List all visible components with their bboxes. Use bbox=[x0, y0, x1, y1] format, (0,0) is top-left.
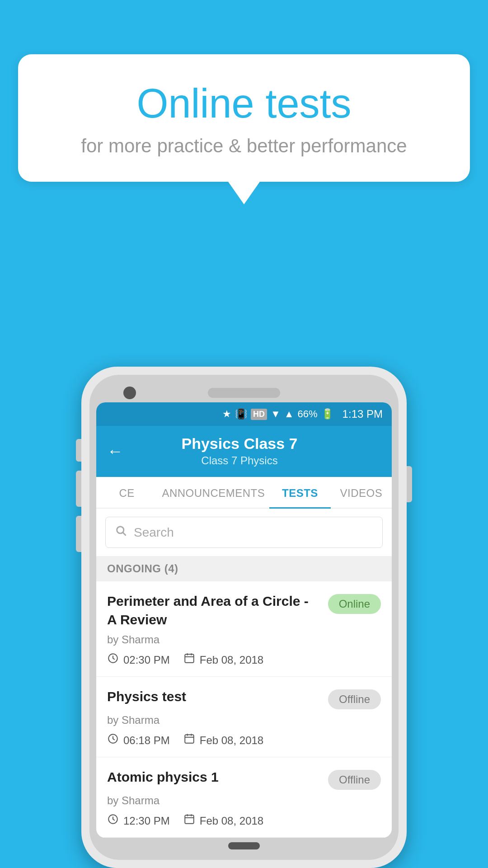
tabs-bar: CE ANNOUNCEMENTS TESTS VIDEOS bbox=[96, 477, 392, 509]
test-date-1: Feb 08, 2018 bbox=[183, 652, 263, 667]
earpiece-speaker bbox=[208, 388, 280, 398]
test-item-2[interactable]: Physics test Offline by Sharma bbox=[96, 677, 392, 757]
test-time-1: 02:30 PM bbox=[107, 652, 170, 667]
svg-rect-13 bbox=[185, 815, 194, 823]
test-item-header-1: Perimeter and Area of a Circle - A Revie… bbox=[107, 592, 381, 629]
test-author-3: by Sharma bbox=[107, 794, 381, 807]
back-button[interactable]: ← bbox=[107, 442, 123, 461]
search-icon bbox=[115, 524, 127, 540]
status-badge-3: Offline bbox=[328, 770, 381, 790]
tab-ce[interactable]: CE bbox=[96, 477, 157, 508]
hd-badge: HD bbox=[251, 409, 267, 420]
speech-bubble: Online tests for more practice & better … bbox=[18, 54, 470, 182]
wifi-icon: ▼ bbox=[271, 408, 281, 420]
bubble-subtitle: for more practice & better performance bbox=[45, 135, 443, 157]
test-meta-3: 12:30 PM Feb 08, 201 bbox=[107, 813, 381, 828]
status-badge-2: Offline bbox=[328, 689, 381, 709]
test-date-3: Feb 08, 2018 bbox=[183, 813, 263, 828]
speech-bubble-section: Online tests for more practice & better … bbox=[18, 54, 470, 204]
status-icons: ★ 📳 HD ▼ ▲ 66% 🔋 bbox=[222, 408, 333, 420]
test-item-1[interactable]: Perimeter and Area of a Circle - A Revie… bbox=[96, 581, 392, 677]
clock-icon-2 bbox=[107, 733, 119, 748]
status-time: 1:13 PM bbox=[343, 408, 383, 420]
clock-icon-3 bbox=[107, 813, 119, 828]
status-badge-1: Online bbox=[328, 594, 381, 614]
tab-videos[interactable]: VIDEOS bbox=[331, 477, 392, 508]
test-item-3[interactable]: Atomic physics 1 Offline by Sharma bbox=[96, 757, 392, 838]
tab-announcements[interactable]: ANNOUNCEMENTS bbox=[157, 477, 269, 508]
calendar-icon-1 bbox=[183, 652, 195, 667]
test-date-2: Feb 08, 2018 bbox=[183, 733, 263, 748]
test-author-2: by Sharma bbox=[107, 714, 381, 726]
front-camera bbox=[123, 387, 136, 399]
page-subtitle: Class 7 Physics bbox=[132, 454, 347, 467]
volume-down-button bbox=[76, 516, 81, 552]
svg-point-0 bbox=[117, 527, 124, 533]
test-time-2: 06:18 PM bbox=[107, 733, 170, 748]
test-title-3: Atomic physics 1 bbox=[107, 768, 321, 787]
test-author-1: by Sharma bbox=[107, 633, 381, 646]
test-meta-1: 02:30 PM Feb 08, 201 bbox=[107, 652, 381, 667]
phone-screen: ★ 📳 HD ▼ ▲ 66% 🔋 1:13 PM ← Physics Class… bbox=[96, 402, 392, 838]
test-meta-2: 06:18 PM Feb 08, 201 bbox=[107, 733, 381, 748]
test-item-header-3: Atomic physics 1 Offline bbox=[107, 768, 381, 790]
clock-icon-1 bbox=[107, 652, 119, 667]
power-button bbox=[407, 466, 412, 502]
test-time-3: 12:30 PM bbox=[107, 813, 170, 828]
calendar-icon-3 bbox=[183, 813, 195, 828]
calendar-icon-2 bbox=[183, 733, 195, 748]
vibrate-icon: 📳 bbox=[235, 408, 247, 420]
bluetooth-icon: ★ bbox=[222, 408, 231, 420]
mute-button bbox=[76, 439, 81, 462]
page-title: Physics Class 7 bbox=[132, 435, 347, 453]
tab-tests[interactable]: TESTS bbox=[269, 477, 330, 508]
header-text: Physics Class 7 Class 7 Physics bbox=[132, 435, 347, 467]
bubble-pointer bbox=[228, 182, 260, 204]
phone-mockup: ★ 📳 HD ▼ ▲ 66% 🔋 1:13 PM ← Physics Class… bbox=[81, 367, 407, 868]
volume-up-button bbox=[76, 471, 81, 507]
phone-outer: ★ 📳 HD ▼ ▲ 66% 🔋 1:13 PM ← Physics Class… bbox=[81, 367, 407, 868]
svg-rect-3 bbox=[185, 654, 194, 662]
search-bar[interactable]: Search bbox=[105, 517, 383, 548]
phone-inner: ★ 📳 HD ▼ ▲ 66% 🔋 1:13 PM ← Physics Class… bbox=[89, 375, 399, 860]
test-item-header-2: Physics test Offline bbox=[107, 688, 381, 709]
battery-icon: 🔋 bbox=[321, 408, 333, 420]
battery-percent: 66% bbox=[298, 408, 318, 420]
svg-rect-8 bbox=[185, 735, 194, 743]
home-indicator[interactable] bbox=[228, 842, 260, 849]
signal-icon: ▲ bbox=[284, 408, 294, 420]
bubble-title: Online tests bbox=[45, 81, 443, 126]
svg-line-1 bbox=[123, 533, 126, 535]
search-container: Search bbox=[96, 509, 392, 556]
status-bar: ★ 📳 HD ▼ ▲ 66% 🔋 1:13 PM bbox=[96, 402, 392, 426]
search-placeholder: Search bbox=[134, 525, 174, 540]
test-title-1: Perimeter and Area of a Circle - A Revie… bbox=[107, 592, 321, 629]
section-header-ongoing: ONGOING (4) bbox=[96, 556, 392, 581]
test-title-2: Physics test bbox=[107, 688, 321, 706]
phone-top-bar bbox=[96, 382, 392, 402]
app-header: ← Physics Class 7 Class 7 Physics bbox=[96, 426, 392, 477]
